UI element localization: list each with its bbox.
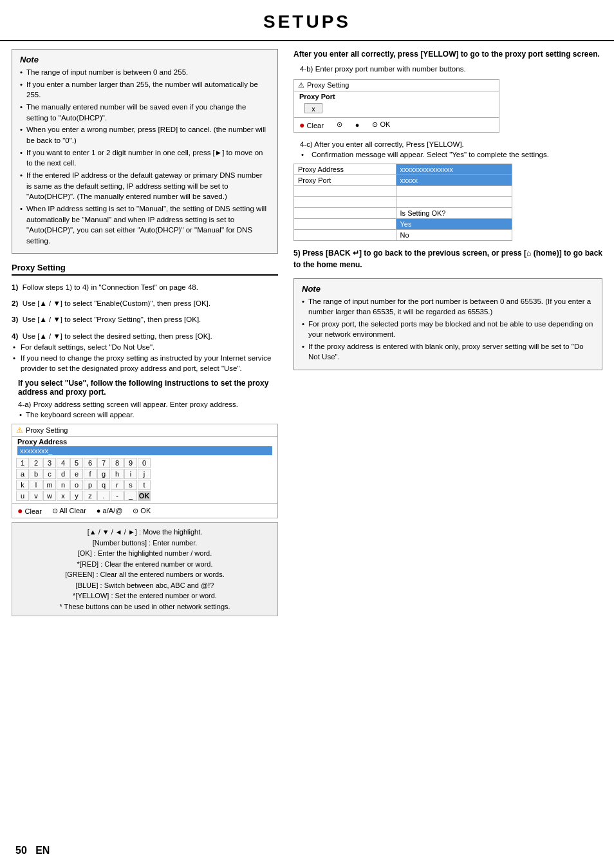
left-note-title: Note bbox=[20, 55, 270, 64]
key-dot[interactable]: . bbox=[97, 491, 110, 501]
step-4-sub-1: For default settings, select "Do Not Use… bbox=[12, 342, 278, 352]
proxy-port-dot2: ⊙ bbox=[337, 120, 342, 129]
key-a[interactable]: a bbox=[16, 469, 29, 479]
key-b[interactable]: b bbox=[30, 469, 42, 479]
key-v[interactable]: v bbox=[30, 491, 42, 501]
key-3[interactable]: 3 bbox=[43, 458, 56, 468]
mode-dot: ● a/A/@ bbox=[97, 507, 122, 514]
table-cell-empty bbox=[294, 185, 396, 196]
key-y[interactable]: y bbox=[70, 491, 83, 501]
step-4c-sub: Confirmation message will appear. Select… bbox=[293, 151, 602, 158]
use-instruction: If you select "Use", follow the followin… bbox=[12, 379, 278, 397]
proxy-port-clear: ● Clear bbox=[299, 120, 324, 130]
step-2: 2) Use [▲ / ▼] to select "Enable(Custom)… bbox=[12, 298, 278, 309]
key-k[interactable]: k bbox=[16, 480, 29, 490]
table-cell-empty bbox=[294, 196, 396, 207]
page-title: SETUPS bbox=[0, 0, 614, 41]
key-2[interactable]: 2 bbox=[30, 458, 42, 468]
key-x[interactable]: x bbox=[57, 491, 70, 501]
key-8[interactable]: 8 bbox=[111, 458, 124, 468]
page-number: 50 EN bbox=[15, 845, 50, 856]
legend-line-8: * These buttons can be used in other net… bbox=[19, 601, 271, 612]
key-r[interactable]: r bbox=[111, 480, 124, 490]
right-column: After you enter all correctly, press [YE… bbox=[288, 49, 602, 623]
table-cell-yes: Yes bbox=[396, 218, 512, 229]
key-e[interactable]: e bbox=[70, 469, 83, 479]
key-c[interactable]: c bbox=[43, 469, 56, 479]
left-note-item: The manually entered number will be save… bbox=[20, 102, 270, 123]
key-z[interactable]: z bbox=[84, 491, 97, 501]
right-note-item: For proxy port, the selected ports may b… bbox=[302, 319, 594, 339]
key-row-2: a b c d e f g h i j bbox=[16, 469, 274, 479]
proxy-address-value: xxxxxxxx_ bbox=[17, 446, 272, 455]
key-6[interactable]: 6 bbox=[84, 458, 97, 468]
step-4a: 4-a) Proxy address setting screen will a… bbox=[12, 399, 278, 410]
right-heading: After you enter all correctly, press [YE… bbox=[293, 49, 602, 60]
step-1: 1) Follow steps 1) to 4) in "Connection … bbox=[12, 282, 278, 293]
key-h[interactable]: h bbox=[111, 469, 124, 479]
step-3-label: 3) bbox=[12, 316, 18, 323]
right-note-title: Note bbox=[302, 284, 594, 294]
key-p[interactable]: p bbox=[84, 480, 97, 490]
page: SETUPS Note The range of input number is… bbox=[0, 0, 614, 868]
key-5[interactable]: 5 bbox=[70, 458, 83, 468]
proxy-port-input-area: x bbox=[294, 100, 499, 117]
table-row: No bbox=[294, 229, 512, 240]
table-cell-empty bbox=[294, 229, 396, 240]
step-4-sub-2: If you need to change the proxy setting … bbox=[12, 353, 278, 373]
left-note-list: The range of input number is between 0 a… bbox=[20, 67, 270, 247]
key-s[interactable]: s bbox=[124, 480, 137, 490]
step-2-label: 2) bbox=[12, 299, 18, 307]
key-q[interactable]: q bbox=[97, 480, 110, 490]
proxy-settings-table: Proxy Address xxxxxxxxxxxxxxx Proxy Port… bbox=[293, 164, 512, 241]
keyboard-title: Proxy Setting bbox=[26, 426, 68, 434]
key-4[interactable]: 4 bbox=[57, 458, 70, 468]
all-clear-indicator: ⊙ All Clear bbox=[52, 507, 86, 515]
left-note-item: If you want to enter 1 or 2 digit number… bbox=[20, 147, 270, 169]
steps-list: 1) Follow steps 1) to 4) in "Connection … bbox=[12, 282, 278, 373]
key-dash[interactable]: - bbox=[111, 491, 124, 501]
key-0[interactable]: 0 bbox=[138, 458, 151, 468]
key-row-3: k l m n o p q r s t bbox=[16, 480, 274, 490]
table-cell-label: Proxy Address bbox=[294, 164, 396, 175]
step-4a-sub: The keyboard screen will appear. bbox=[12, 411, 278, 419]
key-1[interactable]: 1 bbox=[16, 458, 29, 468]
key-t[interactable]: t bbox=[138, 480, 151, 490]
proxy-port-dot3: ● bbox=[355, 121, 360, 129]
key-underscore[interactable]: _ bbox=[124, 491, 137, 501]
key-j[interactable]: j bbox=[138, 469, 151, 479]
proxy-port-title: Proxy Setting bbox=[307, 81, 349, 89]
table-row: Yes bbox=[294, 218, 512, 229]
step-4-text: Use [▲ / ▼] to select the desired settin… bbox=[20, 332, 212, 340]
key-9[interactable]: 9 bbox=[124, 458, 137, 468]
proxy-port-ok: ⊙ OK bbox=[372, 120, 390, 129]
key-i[interactable]: i bbox=[124, 469, 137, 479]
proxy-port-value: x bbox=[304, 103, 322, 113]
right-note-item: If the proxy address is entered with bla… bbox=[302, 341, 594, 362]
step-4: 4) Use [▲ / ▼] to select the desired set… bbox=[12, 331, 278, 374]
key-7[interactable]: 7 bbox=[97, 458, 110, 468]
key-u[interactable]: u bbox=[16, 491, 29, 501]
key-f[interactable]: f bbox=[84, 469, 97, 479]
key-m[interactable]: m bbox=[43, 480, 56, 490]
table-row bbox=[294, 196, 512, 207]
key-o[interactable]: o bbox=[70, 480, 83, 490]
key-ok[interactable]: OK bbox=[138, 491, 151, 501]
key-d[interactable]: d bbox=[57, 469, 70, 479]
key-g[interactable]: g bbox=[97, 469, 110, 479]
clear-dot: ● Clear bbox=[17, 505, 42, 516]
key-l[interactable]: l bbox=[30, 480, 42, 490]
table-cell-label: Proxy Port bbox=[294, 175, 396, 185]
right-note-box: Note The range of input number for the p… bbox=[293, 278, 602, 370]
key-w[interactable]: w bbox=[43, 491, 56, 501]
step-4-label: 4) bbox=[12, 332, 18, 340]
legend-line-6: [BLUE] : Switch between abc, ABC and @!? bbox=[19, 580, 271, 591]
legend-line-4: *[RED] : Clear the entered number or wor… bbox=[19, 559, 271, 570]
step-3: 3) Use [▲ / ▼] to select "Proxy Setting"… bbox=[12, 314, 278, 325]
proxy-address-label: Proxy Address bbox=[12, 437, 277, 446]
table-cell-setting-ok: Is Setting OK? bbox=[396, 207, 512, 218]
step-1-text: Follow steps 1) to 4) in "Connection Tes… bbox=[20, 283, 198, 291]
left-note-item: When IP address setting is set to "Manua… bbox=[20, 203, 270, 247]
key-n[interactable]: n bbox=[57, 480, 70, 490]
right-note-list: The range of input number for the port n… bbox=[302, 296, 594, 363]
